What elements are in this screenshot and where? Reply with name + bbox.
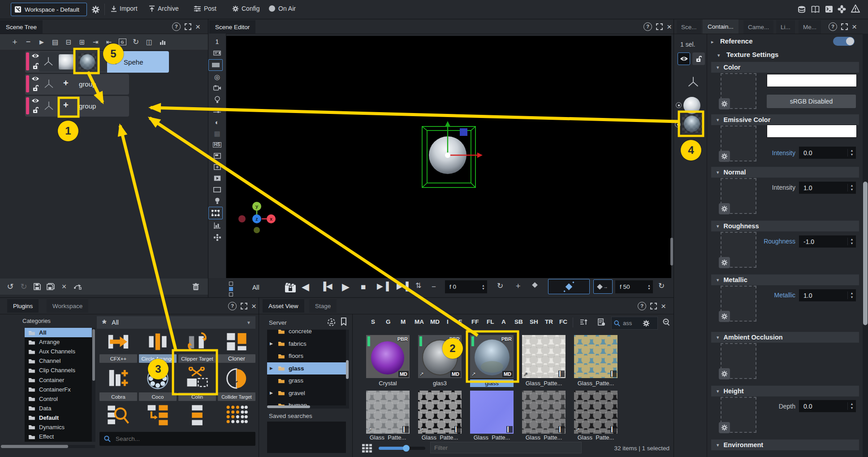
visibility-eye-icon[interactable] [31,53,39,58]
asset-thumbnail-pattern-black[interactable]: ▎ [418,391,462,434]
plugin-icon-clipper-target[interactable] [181,331,213,353]
camera-view-icon[interactable] [208,83,226,94]
material-glass-thumbnail[interactable] [78,53,96,70]
jump-start-icon[interactable]: ▐◀ [320,282,333,290]
normal-section-header[interactable]: ▾Normal [711,167,859,178]
expand-arrow-icon[interactable]: ▾ [717,52,720,58]
step-forward-icon[interactable]: ▶▐ [377,282,389,290]
type-filter-g[interactable]: G [386,318,391,325]
reference-toggle[interactable] [833,37,855,46]
geometry-radio[interactable] [676,102,682,108]
environment-section-header[interactable]: ▾Environment [711,440,859,450]
folder-item-floors[interactable]: floors [267,350,346,362]
asset-thumbnail-pattern-darkest[interactable]: ▎ [574,391,618,434]
on-air-button[interactable]: On Air [269,5,296,12]
slider-knob[interactable] [403,445,410,452]
light-preview-icon[interactable] [208,195,226,206]
unlock-icon[interactable] [33,85,39,91]
texture-gear-icon[interactable] [719,422,730,433]
frame-current-field[interactable]: f 0 ▲▼ [445,280,487,293]
keyframe-next-button[interactable]: → [593,279,613,294]
plugin-icon-dot-matrix[interactable] [220,403,253,428]
emissive-section-header[interactable]: ▾Emissive Color [711,114,859,125]
category-item-all[interactable]: All [25,328,92,337]
folder-item-gravel[interactable]: ▶gravel [267,387,346,400]
texture-gear-icon[interactable] [719,151,730,162]
keyframe-range-icon[interactable]: ⇅ [415,282,421,289]
play-view-icon[interactable] [208,173,226,184]
layout-icon[interactable] [143,36,156,48]
unlock-icon[interactable] [33,63,39,70]
save-all-icon[interactable] [44,281,57,292]
category-item[interactable]: Dynamics [25,422,92,432]
terminal-icon[interactable] [825,5,833,13]
tab-container[interactable]: Contain... [703,19,738,34]
display-mode-icon[interactable] [208,59,223,71]
help-icon[interactable] [643,22,652,31]
loop-icon[interactable] [497,282,503,290]
texture-settings-label[interactable]: Texture Settings [726,51,778,58]
rail-lock-button[interactable] [692,52,705,65]
search-settings-gear-icon[interactable] [643,320,650,327]
save-icon[interactable] [30,281,44,292]
asset-thumbnail-crystal[interactable]: PBR MD [366,335,410,378]
folder-item-grass[interactable]: grass [267,374,346,387]
maximize-icon[interactable] [841,22,848,31]
reload-icon[interactable] [129,36,143,48]
saved-searches-box[interactable] [267,422,346,453]
tab-mesh[interactable]: Me... [799,20,821,34]
folder-item-fabrics[interactable]: ▶fabrics [267,338,346,350]
folder-item-concrete[interactable]: concrete [267,330,346,338]
emissive-intensity-spinner[interactable]: 0.0 ▲▼ [799,147,856,159]
metallic-spinner[interactable]: 1.0 ▲▼ [799,289,856,301]
increment-icon[interactable]: + [516,282,521,290]
clapper-lock-icon[interactable] [285,282,296,293]
type-filter-a[interactable]: A [501,318,506,325]
tab-stage[interactable]: Stage [309,299,337,313]
texture-gear-icon[interactable] [719,98,730,109]
category-item[interactable]: ContainerFx [25,385,92,394]
help-icon[interactable] [829,22,837,31]
color-swatch[interactable] [767,74,857,87]
asset-search-box[interactable] [611,317,658,330]
undo-icon[interactable] [4,281,17,292]
type-filter-fl[interactable]: FL [487,318,494,325]
type-filter-tr[interactable]: TR [545,318,553,325]
metallic-section-header[interactable]: ▾Metallic [711,274,859,285]
keyframe-insert-icon[interactable] [533,283,537,287]
texture-gear-icon[interactable] [719,311,730,322]
tab-plugins[interactable]: Plugins [7,299,39,313]
plugin-label-cfx[interactable]: CFX++ [99,354,137,363]
tab-scene[interactable]: Sce... [677,20,701,34]
move-node-right-icon[interactable] [89,36,102,48]
decrement-icon[interactable]: − [432,283,436,291]
plugin-label-collider-target[interactable]: Collider Target [218,392,255,401]
help-icon[interactable] [638,302,646,310]
close-icon[interactable] [661,302,666,310]
fan-icon[interactable] [838,5,846,13]
plugin-icon-counter[interactable] [102,403,134,428]
asset-thumbnail-glass[interactable]: PBR MD [470,335,514,378]
add-view-icon[interactable] [208,161,226,173]
categories-list[interactable]: All Arrange Aux Channels Channel Clip Ch… [25,328,92,442]
post-button[interactable]: Post [194,5,216,12]
expand-arrow-icon[interactable]: ▶ [270,341,273,346]
category-item-default[interactable]: Default [25,413,92,422]
bounds-icon[interactable] [208,184,226,195]
close-icon[interactable] [852,22,857,31]
thumbnail-size-slider[interactable] [379,447,425,450]
visibility-eye-icon[interactable] [31,76,39,81]
plugin-icon-data-branch[interactable] [142,403,174,428]
category-item[interactable]: Control [25,394,92,404]
category-item[interactable]: Container [25,375,92,384]
plugin-icon-cloner[interactable] [220,331,253,353]
geometry-sphere-thumbnail[interactable] [59,54,74,70]
category-item[interactable]: Data [25,404,92,413]
selection-frame-icon[interactable] [208,207,223,219]
roughness-spinner[interactable]: -1.0 ▲▼ [799,235,856,248]
category-item[interactable]: Channel [25,356,92,366]
close-icon[interactable] [195,22,200,31]
wireframe-grid-icon[interactable]: ▦ [208,128,226,139]
profiler-icon[interactable] [208,220,226,231]
tab-camera[interactable]: Came... [743,20,773,34]
